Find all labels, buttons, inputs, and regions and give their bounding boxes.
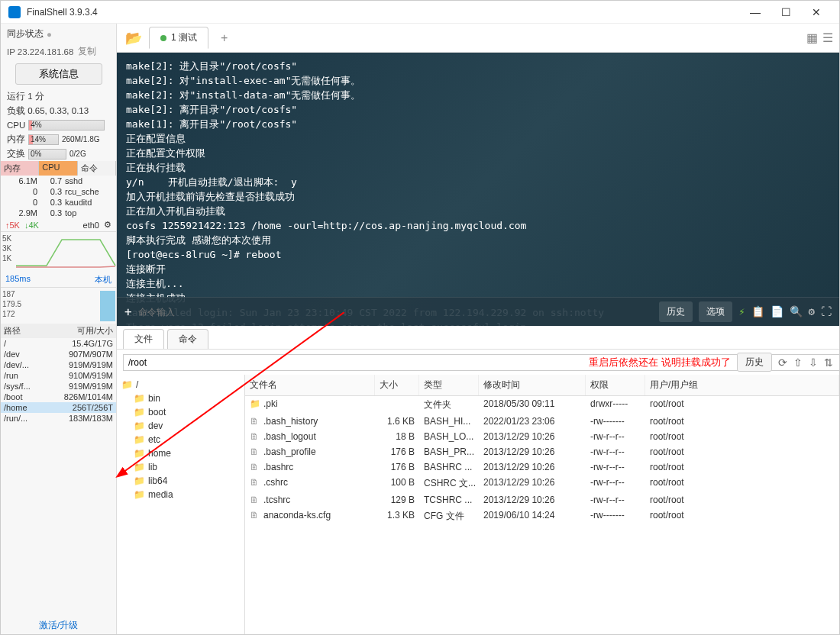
window-title: FinalShell 3.9.3.4 bbox=[27, 7, 740, 18]
open-folder-button[interactable]: 📂 bbox=[123, 27, 144, 49]
folder-icon: 📁 bbox=[134, 448, 145, 459]
mem-row: 内存 14% 260M/1.8G bbox=[1, 132, 116, 147]
tree-root[interactable]: 📁/ bbox=[120, 378, 241, 392]
disk-row[interactable]: /dev/...919M/919M bbox=[1, 359, 116, 370]
minimize-button[interactable]: — bbox=[740, 2, 771, 23]
file-row[interactable]: 🗎.bash_logout18 BBASH_LO...2013/12/29 10… bbox=[245, 429, 839, 444]
net-row: ↑5K↓4Keth0⚙ bbox=[1, 218, 116, 231]
settings-icon[interactable]: ⚙ bbox=[809, 305, 815, 319]
fullscreen-icon[interactable]: ⛶ bbox=[821, 305, 832, 319]
folder-icon: 📁 bbox=[134, 462, 145, 472]
tree-node[interactable]: 📁lib bbox=[120, 460, 241, 474]
disk-row[interactable]: /run910M/919M bbox=[1, 370, 116, 381]
file-icon: 🗎 bbox=[245, 430, 259, 443]
folder-icon: 📁 bbox=[245, 398, 259, 412]
search-icon[interactable]: 🔍 bbox=[790, 305, 803, 319]
terminal-toolbar: + 历史 选项 ⚡ 📋 📄 🔍 ⚙ ⛶ bbox=[117, 297, 839, 326]
copy-icon[interactable]: 📋 bbox=[751, 305, 764, 319]
new-tab-button[interactable]: + bbox=[213, 27, 235, 49]
file-row[interactable]: 🗎.bash_history1.6 KBBASH_HI...2022/01/23… bbox=[245, 414, 839, 429]
folder-tree[interactable]: 📁/ 📁bin📁boot📁dev📁etc📁home📁lib📁lib64📁medi… bbox=[117, 375, 245, 635]
swap-row: 交换 0% 0/2G bbox=[1, 147, 116, 161]
file-row[interactable]: 🗎.tcshrc129 BTCSHRC ...2013/12/29 10:26-… bbox=[245, 492, 839, 508]
app-icon bbox=[8, 6, 21, 18]
activate-link[interactable]: 激活/升级 bbox=[1, 615, 116, 635]
file-row[interactable]: 🗎.cshrc100 BCSHRC 文...2013/12/29 10:26-r… bbox=[245, 475, 839, 492]
folder-icon: 📁 bbox=[121, 379, 133, 390]
process-row[interactable]: 00.3kauditd bbox=[1, 197, 116, 208]
svg-rect-0 bbox=[100, 291, 115, 321]
file-row[interactable]: 📁.pki文件夹2018/05/30 09:11drwxr-----root/r… bbox=[245, 396, 839, 414]
ip-row: IP 23.224.181.68复制 bbox=[1, 44, 116, 59]
tree-node[interactable]: 📁dev bbox=[120, 419, 241, 433]
process-row[interactable]: 6.1M0.7sshd bbox=[1, 176, 116, 186]
folder-icon: 📁 bbox=[134, 475, 145, 486]
file-list[interactable]: 文件名大小类型修改时间权限用户/用户组 📁.pki文件夹2018/05/30 0… bbox=[245, 375, 839, 635]
upload-icon[interactable]: ⇧ bbox=[793, 356, 803, 369]
path-input[interactable] bbox=[123, 354, 840, 371]
add-command-icon[interactable]: + bbox=[124, 305, 132, 319]
tree-node[interactable]: 📁lib64 bbox=[120, 474, 241, 488]
grid-view-icon[interactable]: ▦ bbox=[806, 31, 818, 45]
file-browser: 📁/ 📁bin📁boot📁dev📁etc📁home📁lib📁lib64📁medi… bbox=[117, 375, 839, 635]
path-history-button[interactable]: 历史 bbox=[737, 353, 772, 372]
uptime: 运行 1 分 bbox=[1, 89, 116, 104]
file-icon: 🗎 bbox=[245, 461, 259, 473]
session-tab[interactable]: 1 测试 bbox=[149, 27, 208, 49]
tree-node[interactable]: 📁media bbox=[120, 488, 241, 501]
file-icon: 🗎 bbox=[245, 446, 259, 458]
tree-node[interactable]: 📁bin bbox=[120, 392, 241, 405]
cpu-row: CPU 4% bbox=[1, 118, 116, 132]
tree-node[interactable]: 📁etc bbox=[120, 433, 241, 446]
sidebar: 同步状态 ● IP 23.224.181.68复制 系统信息 运行 1 分 负载… bbox=[1, 24, 117, 635]
tab-strip: 📂 1 测试 + ▦☰ bbox=[117, 24, 839, 53]
history-button[interactable]: 历史 bbox=[659, 301, 693, 322]
process-table[interactable]: 6.1M0.7sshd00.3rcu_sche00.3kauditd2.9M0.… bbox=[1, 176, 116, 218]
system-info-button[interactable]: 系统信息 bbox=[15, 63, 102, 85]
net-settings-icon[interactable]: ⚙ bbox=[104, 220, 111, 230]
tree-node[interactable]: 📁home bbox=[120, 446, 241, 460]
bolt-icon[interactable]: ⚡ bbox=[738, 305, 745, 319]
ping-chart: 187179.5172 bbox=[1, 287, 116, 324]
process-row[interactable]: 2.9M0.3top bbox=[1, 208, 116, 218]
disk-row[interactable]: /boot826M/1014M bbox=[1, 392, 116, 402]
paste-icon[interactable]: 📄 bbox=[771, 305, 783, 319]
load-avg: 负载 0.65, 0.33, 0.13 bbox=[1, 104, 116, 118]
maximize-button[interactable]: ☐ bbox=[771, 2, 801, 23]
file-icon: 🗎 bbox=[245, 509, 259, 524]
file-row[interactable]: 🗎.bashrc176 BBASHRC ...2013/12/29 10:26-… bbox=[245, 459, 839, 475]
disk-row[interactable]: /home256T/256T bbox=[1, 402, 116, 413]
file-icon: 🗎 bbox=[245, 494, 259, 506]
folder-icon: 📁 bbox=[134, 434, 145, 445]
disk-row[interactable]: /run/...183M/183M bbox=[1, 413, 116, 424]
file-icon: 🗎 bbox=[245, 415, 259, 427]
folder-icon: 📁 bbox=[134, 489, 145, 500]
sync-status: 同步状态 ● bbox=[1, 24, 116, 44]
files-tab[interactable]: 文件 bbox=[123, 329, 164, 349]
commands-tab[interactable]: 命令 bbox=[167, 329, 208, 349]
file-list-header[interactable]: 文件名大小类型修改时间权限用户/用户组 bbox=[245, 375, 839, 396]
copy-ip[interactable]: 复制 bbox=[78, 46, 96, 57]
disk-row[interactable]: /dev907M/907M bbox=[1, 349, 116, 359]
tree-node[interactable]: 📁boot bbox=[120, 405, 241, 419]
bottom-tabs: 文件 命令 bbox=[117, 326, 839, 350]
file-row[interactable]: 🗎anaconda-ks.cfg1.3 KBCFG 文件2019/06/10 1… bbox=[245, 508, 839, 525]
folder-icon: 📁 bbox=[134, 421, 145, 431]
disk-row[interactable]: /sys/f...919M/919M bbox=[1, 381, 116, 392]
transfer-icon[interactable]: ⇅ bbox=[824, 356, 833, 369]
path-row: 重启后依然还在 说明挂载成功了 历史 ⟳ ⇧ ⇩ ⇅ bbox=[117, 350, 839, 375]
close-button[interactable]: ✕ bbox=[801, 2, 832, 23]
file-row[interactable]: 🗎.bash_profile176 BBASH_PR...2013/12/29 … bbox=[245, 444, 839, 459]
status-dot-icon bbox=[160, 35, 166, 41]
refresh-icon[interactable]: ⟳ bbox=[778, 356, 787, 369]
download-icon[interactable]: ⇩ bbox=[809, 356, 818, 369]
terminal[interactable]: make[2]: 进入目录"/root/cosfs"make[2]: 对"ins… bbox=[117, 53, 839, 326]
disk-list[interactable]: /15.4G/17G/dev907M/907M/dev/...919M/919M… bbox=[1, 338, 116, 424]
list-view-icon[interactable]: ☰ bbox=[822, 31, 833, 45]
command-input[interactable] bbox=[138, 307, 653, 318]
disk-header: 路径可用/大小 bbox=[1, 324, 116, 338]
disk-row[interactable]: /15.4G/17G bbox=[1, 338, 116, 349]
process-row[interactable]: 00.3rcu_sche bbox=[1, 186, 116, 197]
options-button[interactable]: 选项 bbox=[699, 301, 732, 322]
proc-header: 内存CPU命令 bbox=[1, 161, 116, 176]
